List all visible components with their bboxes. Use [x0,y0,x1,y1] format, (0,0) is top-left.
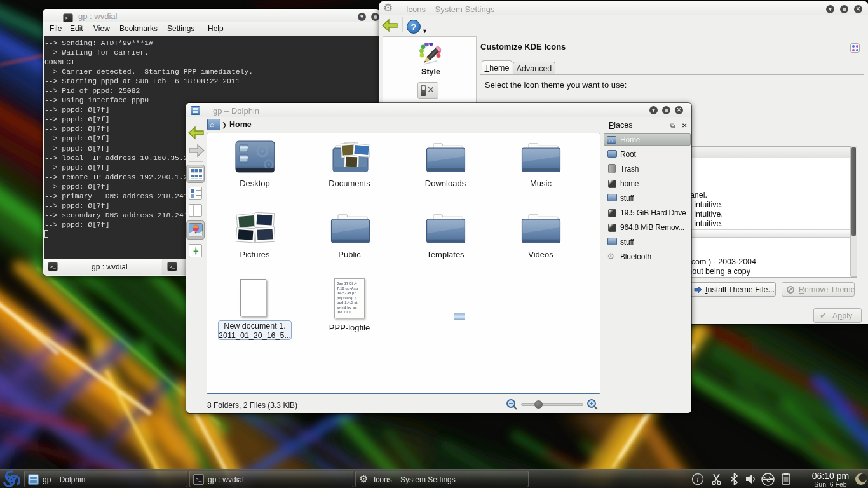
svg-text:i: i [696,475,698,484]
